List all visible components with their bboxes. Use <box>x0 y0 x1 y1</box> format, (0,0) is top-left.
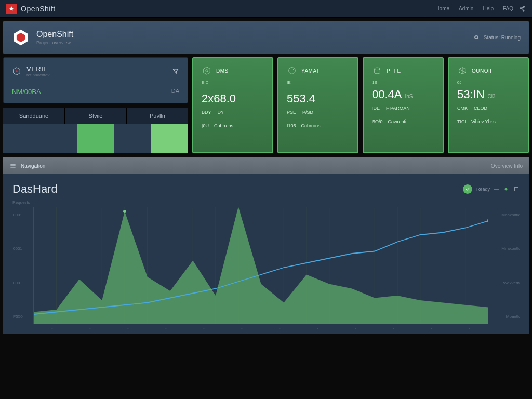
square-icon[interactable] <box>513 186 520 192</box>
swatch-3[interactable] <box>114 124 151 153</box>
metric-value: 2x68.0 <box>202 92 264 105</box>
lower-bar-left: Navigation <box>21 163 45 169</box>
svg-point-5 <box>206 70 208 72</box>
svg-point-39 <box>123 210 126 213</box>
metric-card-1[interactable]: YAMAT IE 553.4 PSEP/SD f105Cobrrons <box>277 57 358 153</box>
svg-marker-4 <box>204 67 210 74</box>
project-hex-icon <box>11 28 30 47</box>
svg-point-38 <box>487 219 488 222</box>
nav-item-1[interactable]: Admin <box>459 6 473 11</box>
chart-ylabel: Requests <box>12 200 520 205</box>
metric-sub: 1S <box>372 80 434 85</box>
swatch-0[interactable] <box>3 124 40 153</box>
menu-icon[interactable] <box>9 162 17 169</box>
project-title: OpenShift <box>36 30 73 39</box>
gear-hex-icon <box>202 65 212 76</box>
database-icon <box>372 65 382 76</box>
dashboard-badges: Ready — <box>463 184 520 194</box>
tab-2[interactable]: Puvlln <box>127 108 188 124</box>
status-dot-icon <box>474 35 478 39</box>
app-title: OpenShift <box>21 5 56 13</box>
shield-hex-icon <box>12 66 21 76</box>
nav-item-0[interactable]: Home <box>435 6 449 11</box>
metric-title: DMS <box>216 68 229 74</box>
metric-value: 00.4A <box>372 88 402 101</box>
app-logo <box>6 4 17 14</box>
svg-line-7 <box>292 69 294 71</box>
x-axis-labels: ------------ <box>33 324 488 330</box>
tab-1[interactable]: Stviie <box>65 108 127 124</box>
metric-sub: IE <box>287 80 349 85</box>
project-status: Status: Running <box>474 35 521 41</box>
card-verie[interactable]: VERIE ref bhdentev NM/00BA DA <box>3 57 188 103</box>
badge-sep: — <box>494 187 499 192</box>
left-column: VERIE ref bhdentev NM/00BA DA Sandduune … <box>3 57 188 153</box>
lower-panel: Navigation Overview Info DasHard Ready —… <box>3 157 529 334</box>
card-value-right: DA <box>171 88 179 96</box>
nav-item-2[interactable]: Help <box>483 6 494 11</box>
gauge-icon <box>287 65 297 76</box>
badge-label: Ready <box>476 187 490 192</box>
project-bar: OpenShift Project overview Status: Runni… <box>3 21 529 54</box>
nav-item-3[interactable]: FAQ <box>503 6 513 11</box>
metric-sub: 0J <box>457 80 520 85</box>
svg-rect-16 <box>515 188 518 191</box>
card-value: NM/00BA <box>12 88 41 96</box>
status-check-icon <box>463 184 472 194</box>
swatches <box>3 124 188 153</box>
logo-icon <box>8 6 15 12</box>
chart-area: 00010001000P550MnaxontkMnaxontkWaxvernMo… <box>33 207 488 324</box>
card-title: VERIE <box>26 65 49 73</box>
metric-sub: EID <box>202 80 264 85</box>
swatch-1[interactable] <box>40 124 77 153</box>
svg-point-3 <box>16 70 18 72</box>
metric-card-0[interactable]: DMS EID 2x68.0 BDYDY [0UCobrrons <box>192 57 273 153</box>
tabs-block: Sandduune Stviie Puvlln <box>3 108 188 153</box>
lower-bar-right: Overview Info <box>491 163 523 169</box>
cube-icon <box>457 65 468 76</box>
swatch-2[interactable] <box>77 124 114 153</box>
metric-value: 53:IN <box>457 88 485 101</box>
filter-icon[interactable] <box>172 68 179 75</box>
tab-0[interactable]: Sandduune <box>3 108 65 124</box>
dashboard-title: DasHard <box>12 182 58 196</box>
topbar: OpenShift Home Admin Help FAQ <box>0 0 532 18</box>
swatch-4[interactable] <box>151 124 188 153</box>
metric-card-2[interactable]: PFFE 1S 00.4AIhS IDEF PARMANT BO/0Cawron… <box>363 57 444 153</box>
metric-value: 553.4 <box>287 92 349 105</box>
metric-card-3[interactable]: OUNOIF 0J 53:INCi3 CMKCEOD TICIVihiev Yb… <box>448 57 529 153</box>
dashboard-body: DasHard Ready — Requests 00010001000P550… <box>3 174 529 334</box>
tabs: Sandduune Stviie Puvlln <box>3 108 188 124</box>
metric-title: PFFE <box>387 68 401 74</box>
project-subtitle: Project overview <box>36 40 73 45</box>
metric-title: OUNOIF <box>472 68 494 74</box>
metric-title: YAMAT <box>301 68 320 74</box>
status-label: Status: Running <box>484 35 521 41</box>
dot-icon <box>503 186 509 192</box>
lower-toolbar: Navigation Overview Info <box>3 157 529 174</box>
card-sub: ref bhdentev <box>26 73 49 77</box>
main-row: VERIE ref bhdentev NM/00BA DA Sandduune … <box>0 57 532 153</box>
chart-svg <box>34 207 488 324</box>
svg-point-8 <box>375 68 380 70</box>
topbar-nav: Home Admin Help FAQ <box>435 6 513 11</box>
svg-point-15 <box>505 188 508 191</box>
share-icon[interactable] <box>518 5 526 12</box>
